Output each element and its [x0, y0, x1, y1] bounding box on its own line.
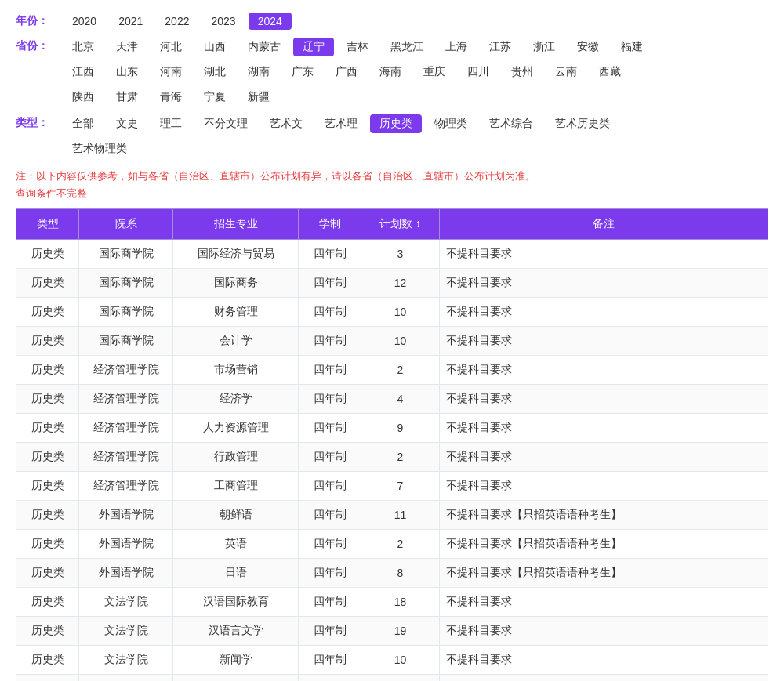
province-item[interactable]: 陕西 — [63, 88, 103, 107]
table-cell-system: 四年制 — [299, 646, 361, 675]
table-header-cell: 学制 — [299, 209, 361, 240]
year-filter-row: 年份： 20202021202220232024 — [16, 13, 768, 30]
table-row: 历史类经济管理学院工商管理四年制7不提科目要求 — [16, 472, 768, 501]
table-cell-dept: 经济管理学院 — [79, 414, 173, 443]
table-cell-type: 历史类 — [16, 356, 79, 385]
type-item[interactable]: 艺术文 — [260, 114, 312, 133]
province-item[interactable]: 宁夏 — [194, 88, 235, 107]
province-item[interactable]: 福建 — [612, 38, 652, 56]
notice-text: 注：以下内容仅供参考，如与各省（自治区、直辖市）公布计划有异，请以各省（自治区、… — [16, 169, 768, 183]
province-item[interactable]: 重庆 — [414, 63, 455, 82]
province-item[interactable]: 辽宁 — [293, 38, 334, 56]
table-cell-major: 国际商务 — [173, 269, 299, 298]
table-cell-type: 历史类 — [16, 443, 79, 472]
type-item[interactable]: 全部 — [63, 114, 103, 133]
type-item[interactable]: 文史 — [107, 114, 147, 133]
table-cell-type: 历史类 — [16, 269, 79, 298]
province-filter-block: 北京天津河北山西内蒙古辽宁吉林黑龙江上海江苏浙江安徽福建 江西山东河南湖北湖南广… — [63, 38, 652, 107]
table-row: 历史类经济管理学院人力资源管理四年制9不提科目要求 — [16, 414, 768, 443]
table-cell-note: 不提科目要求 — [440, 269, 768, 298]
province-item[interactable]: 青海 — [151, 88, 191, 107]
table-cell-dept: 国际商学院 — [79, 298, 173, 327]
table-cell-plan: 10 — [361, 646, 440, 675]
table-row: 历史类外国语学院朝鲜语四年制11不提科目要求【只招英语语种考生】 — [16, 501, 768, 530]
table-cell-note: 不提科目要求 — [440, 327, 768, 356]
table-header-cell[interactable]: 计划数 ↕ — [361, 209, 440, 240]
type-item[interactable]: 艺术理 — [315, 114, 367, 133]
table-row: 历史类经济管理学院经济学四年制4不提科目要求 — [16, 385, 768, 414]
table-cell-note: 不提科目要求 — [440, 240, 768, 269]
year-item[interactable]: 2021 — [109, 13, 152, 30]
notice-block: 注：以下内容仅供参考，如与各省（自治区、直辖市）公布计划有异，请以各省（自治区、… — [16, 169, 768, 183]
province-item[interactable]: 新疆 — [238, 88, 279, 107]
province-item[interactable]: 广西 — [326, 63, 367, 82]
type-item[interactable]: 艺术综合 — [480, 114, 543, 133]
table-cell-major: 会计学 — [173, 327, 299, 356]
province-item[interactable]: 黑龙江 — [381, 38, 433, 56]
table-cell-dept: 经济管理学院 — [79, 443, 173, 472]
province-item[interactable]: 广东 — [282, 63, 323, 82]
year-item[interactable]: 2022 — [155, 13, 198, 30]
type-row2: 艺术物理类 — [63, 139, 619, 158]
table-row: 历史类文法学院法学四年制12不提科目要求 — [16, 675, 768, 682]
province-item[interactable]: 吉林 — [337, 38, 378, 56]
table-row: 历史类国际商学院国际商务四年制12不提科目要求 — [16, 269, 768, 298]
table-header-cell: 院系 — [79, 209, 173, 240]
province-item[interactable]: 云南 — [546, 63, 586, 82]
province-item[interactable]: 浙江 — [524, 38, 564, 56]
province-item[interactable]: 天津 — [107, 38, 147, 56]
table-cell-system: 四年制 — [299, 385, 361, 414]
province-item[interactable]: 西藏 — [590, 63, 630, 82]
year-item[interactable]: 2020 — [63, 13, 106, 30]
table-cell-major: 市场营销 — [173, 356, 299, 385]
table-cell-major: 朝鲜语 — [173, 501, 299, 530]
province-item[interactable]: 湖南 — [238, 63, 279, 82]
table-cell-note: 不提科目要求 — [440, 588, 768, 617]
table-cell-major: 法学 — [173, 675, 299, 682]
province-item[interactable]: 安徽 — [568, 38, 608, 56]
table-cell-dept: 外国语学院 — [79, 530, 173, 559]
province-item[interactable]: 湖北 — [194, 63, 235, 82]
year-item[interactable]: 2023 — [201, 13, 245, 30]
province-item[interactable]: 河北 — [151, 38, 191, 56]
type-item[interactable]: 理工 — [151, 114, 191, 133]
enrollment-table: 类型院系招生专业学制计划数 ↕备注 历史类国际商学院国际经济与贸易四年制3不提科… — [16, 208, 768, 681]
province-item[interactable]: 甘肃 — [107, 88, 147, 107]
table-cell-plan: 3 — [361, 240, 440, 269]
table-cell-major: 经济学 — [173, 385, 299, 414]
table-cell-dept: 国际商学院 — [79, 327, 173, 356]
province-item[interactable]: 北京 — [63, 38, 103, 56]
province-item[interactable]: 四川 — [458, 63, 499, 82]
province-item[interactable]: 河南 — [151, 63, 191, 82]
province-item[interactable]: 上海 — [436, 38, 477, 56]
type-item[interactable]: 历史类 — [370, 114, 422, 133]
type-item[interactable]: 物理类 — [425, 114, 477, 133]
table-cell-note: 不提科目要求 — [440, 298, 768, 327]
table-cell-dept: 国际商学院 — [79, 240, 173, 269]
table-cell-major: 日语 — [173, 559, 299, 588]
province-item[interactable]: 江苏 — [480, 38, 521, 56]
type-item[interactable]: 不分文理 — [194, 114, 257, 133]
table-cell-plan: 8 — [361, 559, 440, 588]
table-cell-system: 四年制 — [299, 675, 361, 682]
province-row1: 北京天津河北山西内蒙古辽宁吉林黑龙江上海江苏浙江安徽福建 — [63, 38, 652, 56]
table-cell-dept: 国际商学院 — [79, 269, 173, 298]
province-item[interactable]: 山西 — [194, 38, 235, 56]
table-cell-dept: 外国语学院 — [79, 559, 173, 588]
table-cell-note: 不提科目要求 — [440, 646, 768, 675]
province-item[interactable]: 内蒙古 — [238, 38, 290, 56]
type-item[interactable]: 艺术历史类 — [546, 114, 619, 133]
table-cell-type: 历史类 — [16, 327, 79, 356]
table-cell-dept: 经济管理学院 — [79, 472, 173, 501]
province-item[interactable]: 贵州 — [502, 63, 543, 82]
province-item[interactable]: 江西 — [63, 63, 103, 82]
year-item[interactable]: 2024 — [249, 13, 292, 30]
province-item[interactable]: 山东 — [107, 63, 147, 82]
type-item[interactable]: 艺术物理类 — [63, 139, 136, 158]
table-cell-dept: 文法学院 — [79, 675, 173, 682]
table-cell-system: 四年制 — [299, 298, 361, 327]
year-label: 年份： — [16, 13, 50, 28]
table-cell-major: 汉语国际教育 — [173, 588, 299, 617]
table-cell-dept: 文法学院 — [79, 646, 173, 675]
province-item[interactable]: 海南 — [370, 63, 411, 82]
